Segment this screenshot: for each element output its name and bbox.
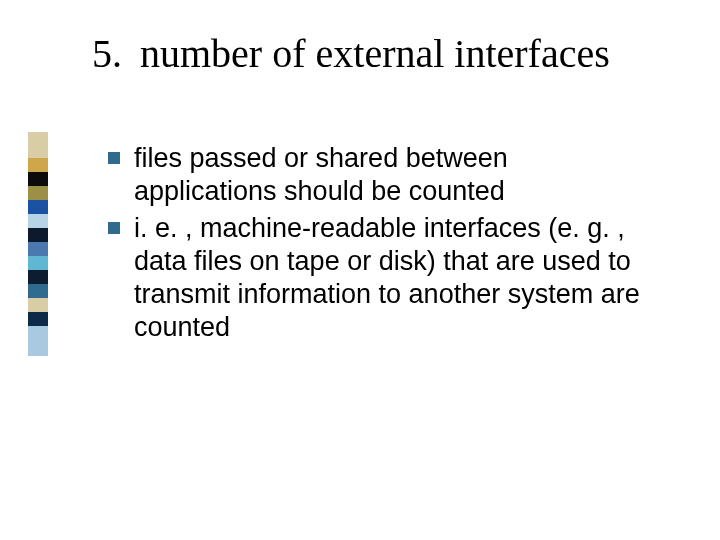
slide-number: 5. xyxy=(92,30,122,77)
side-decoration xyxy=(28,132,48,356)
list-item: i. e. , machine-readable interfaces (e. … xyxy=(108,212,648,344)
decoration-block xyxy=(28,284,48,298)
list-item: files passed or shared between applicati… xyxy=(108,142,648,208)
decoration-block xyxy=(28,326,48,356)
slide-body: files passed or shared between applicati… xyxy=(108,142,648,348)
slide: 5. number of external interfaces files p… xyxy=(0,0,720,540)
decoration-block xyxy=(28,242,48,256)
slide-title-row: 5. number of external interfaces xyxy=(92,30,610,77)
slide-title: number of external interfaces xyxy=(140,30,610,77)
decoration-block xyxy=(28,312,48,326)
decoration-block xyxy=(28,200,48,214)
decoration-block xyxy=(28,298,48,312)
bullet-text: i. e. , machine-readable interfaces (e. … xyxy=(134,212,648,344)
decoration-block xyxy=(28,172,48,186)
decoration-block xyxy=(28,132,48,158)
decoration-block xyxy=(28,214,48,228)
decoration-block xyxy=(28,158,48,172)
decoration-block xyxy=(28,256,48,270)
bullet-text: files passed or shared between applicati… xyxy=(134,142,648,208)
decoration-block xyxy=(28,186,48,200)
bullet-square-icon xyxy=(108,222,120,234)
decoration-block xyxy=(28,228,48,242)
bullet-square-icon xyxy=(108,152,120,164)
decoration-block xyxy=(28,270,48,284)
